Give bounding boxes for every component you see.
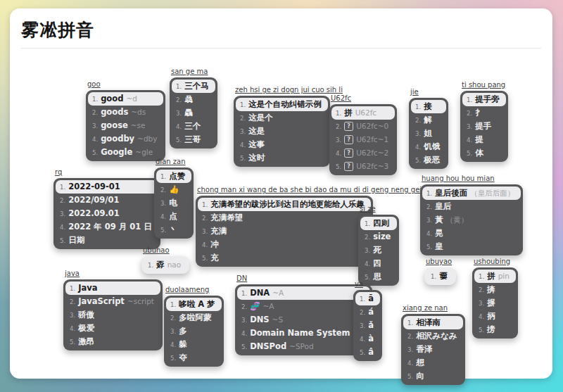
candidate-item[interactable]: 3.这是	[236, 125, 328, 138]
candidate-number: 5.	[407, 372, 413, 381]
candidate-item[interactable]: 2.?U62fc~0	[331, 120, 395, 133]
candidate-item[interactable]: 4.?U62fc~2	[331, 146, 395, 160]
candidate-item[interactable]: 4.四	[360, 257, 397, 270]
candidate-item[interactable]: 5.激昂	[65, 335, 160, 348]
candidate-item[interactable]: 1.2022-09-01	[56, 180, 158, 194]
candidate-item[interactable]: 4.想	[403, 356, 463, 369]
candidate-item[interactable]: 2.多啦阿蒙	[166, 311, 222, 324]
candidate-item[interactable]: 2.骉	[172, 93, 215, 106]
candidate-item[interactable]: 5.皇	[422, 240, 521, 253]
candidate-item[interactable]: 2.🧬~A	[237, 300, 370, 313]
candidate-item[interactable]: 3.姐	[411, 127, 446, 140]
candidate-item[interactable]: 2.goods~ds	[88, 106, 163, 119]
candidate-item[interactable]: 1.哆啦 A 梦	[166, 298, 222, 311]
candidate-item[interactable]: 4.躲	[166, 338, 222, 351]
candidate-item[interactable]: 1.这是个自动纠错示例	[236, 98, 328, 111]
candidate-item[interactable]: 5.这时	[236, 151, 328, 165]
candidate-text: 姐	[424, 128, 432, 138]
candidate-text: 充满希望	[210, 213, 243, 222]
candidate-item[interactable]: 5.â	[355, 346, 380, 359]
candidate-item[interactable]: 3.充满	[198, 225, 371, 238]
candidate-text: 这是个	[248, 113, 273, 122]
candidate-item[interactable]: 2.捹	[474, 283, 516, 296]
candidate-item[interactable]: 2.JavaScript~script	[65, 295, 160, 308]
candidate-comment: （黄）	[446, 215, 469, 225]
candidate-item[interactable]: 4.饥饿	[411, 140, 446, 153]
candidate-item[interactable]: 2.相沢みなみ	[403, 329, 463, 343]
candidate-item[interactable]: 5.充	[198, 251, 371, 265]
candidate-item[interactable]: 4.这事	[236, 138, 328, 151]
candidate-text: 充满	[210, 226, 227, 236]
candidate-item[interactable]: 2.皇后	[422, 200, 521, 213]
candidate-window-jie: jie1.接2.解3.姐4.饥饿5.极恶	[409, 88, 448, 169]
candidate-item[interactable]: 1.提手旁	[462, 93, 506, 106]
candidate-number: 2.	[170, 313, 176, 323]
candidate-item[interactable]: 4.极爱	[65, 322, 160, 335]
candidate-item[interactable]: 5.向	[403, 369, 463, 383]
candidate-item[interactable]: 2.解	[411, 113, 446, 127]
candidate-item[interactable]: 2.á	[355, 305, 380, 319]
candidate-text: 拼	[344, 108, 353, 118]
candidate-window-sangema: san ge ma1.三个马2.骉3.驫4.三个5.三哥	[170, 68, 217, 148]
candidate-item[interactable]: 5.?U62fc~3	[331, 160, 395, 173]
candidate-item[interactable]: 4.晃	[422, 227, 521, 240]
candidate-item[interactable]: 3.驫	[172, 106, 215, 120]
candidate-number: 2.	[407, 331, 413, 341]
candidate-item[interactable]: 5.夺	[166, 351, 222, 365]
candidate-item[interactable]: 1.四则	[360, 217, 397, 230]
candidate-item[interactable]: 3.提手	[462, 120, 506, 133]
candidate-item[interactable]: 4.抦	[474, 310, 516, 323]
candidate-item[interactable]: 5.搒	[474, 323, 516, 336]
candidate-item[interactable]: 1.拼U62fc	[331, 106, 395, 120]
candidate-item[interactable]: 4.三个	[172, 120, 215, 133]
candidate-item[interactable]: 4.提	[462, 133, 506, 146]
candidate-item[interactable]: 5.DNSPod~SPod	[237, 340, 370, 353]
candidate-item[interactable]: 3.ǎ	[355, 319, 380, 332]
candidate-comment: ~A	[262, 301, 274, 311]
candidate-item[interactable]: 3.香泽	[403, 343, 463, 356]
candidate-item[interactable]: 1.充满希望的跋涉比到达目的地更能给人乐趣	[198, 198, 371, 211]
candidate-item[interactable]: 1.点赞	[156, 170, 191, 183]
candidate-item[interactable]: 1.拼pin	[474, 270, 516, 283]
candidate-item[interactable]: 2.这是个	[236, 111, 328, 125]
candidate-number: 3.	[426, 215, 432, 225]
candidate-item[interactable]: 2.扌	[462, 106, 506, 120]
candidate-item[interactable]: 4.冲	[198, 238, 371, 251]
candidate-item[interactable]: 1.接	[411, 100, 446, 113]
candidate-item[interactable]: 3.黃（黄）	[422, 213, 521, 227]
candidate-item[interactable]: 4.2022 年 09 月 01 日	[56, 220, 158, 234]
candidate-comment: ~ds	[131, 107, 146, 117]
candidate-item[interactable]: 3.骄傲	[65, 308, 160, 322]
candidate-item[interactable]: 4.goodby~dby	[88, 132, 163, 146]
candidate-item[interactable]: 5.体	[462, 146, 506, 160]
candidate-item[interactable]: 3.死	[360, 244, 397, 257]
candidate-item[interactable]: 5.Google~gle	[88, 146, 163, 159]
candidate-item[interactable]: 1.相泽南	[403, 316, 463, 329]
candidate-item[interactable]: 3.DNS~S	[237, 313, 370, 327]
candidate-item[interactable]: 5.丶	[156, 223, 191, 236]
candidate-item[interactable]: 2.size	[360, 230, 397, 244]
candidate-item[interactable]: 1.嫑	[426, 270, 454, 283]
candidate-item[interactable]: 3.电	[156, 196, 191, 210]
candidate-item[interactable]: 4.点	[156, 210, 191, 223]
candidate-item[interactable]: 5.三哥	[172, 133, 215, 146]
candidate-item[interactable]: 3.2022.09.01	[56, 207, 158, 220]
candidate-item[interactable]: 4.Domain Name System~S	[237, 327, 370, 340]
candidate-item[interactable]: 3.多	[166, 324, 222, 338]
candidate-item[interactable]: 1.皇后後面（皇后后面）	[422, 186, 521, 200]
candidate-item[interactable]: 1.ā	[355, 292, 380, 305]
candidate-item[interactable]: 3.?U62fc~1	[331, 133, 395, 146]
candidate-item[interactable]: 1.good~d	[88, 92, 163, 106]
candidate-item[interactable]: 3.摒	[474, 296, 516, 310]
candidate-item[interactable]: 1.Java	[65, 282, 160, 295]
candidate-item[interactable]: 4.à	[355, 332, 380, 346]
candidate-item[interactable]: 5.极恶	[411, 153, 446, 167]
candidate-item[interactable]: 1.DNA~A	[237, 286, 370, 300]
candidate-item[interactable]: 2.充满希望	[198, 211, 371, 225]
candidate-window-chongman: chong man xi wang de ba she bi dao da mu…	[196, 186, 455, 267]
candidate-item[interactable]: 1.三个马	[172, 80, 215, 93]
candidate-item[interactable]: 5.日期	[56, 234, 158, 247]
candidate-item[interactable]: 3.goose~se	[88, 119, 163, 132]
candidate-item[interactable]: 2.2022/09/01	[56, 194, 158, 207]
candidate-item[interactable]: 2.👍	[156, 183, 191, 196]
